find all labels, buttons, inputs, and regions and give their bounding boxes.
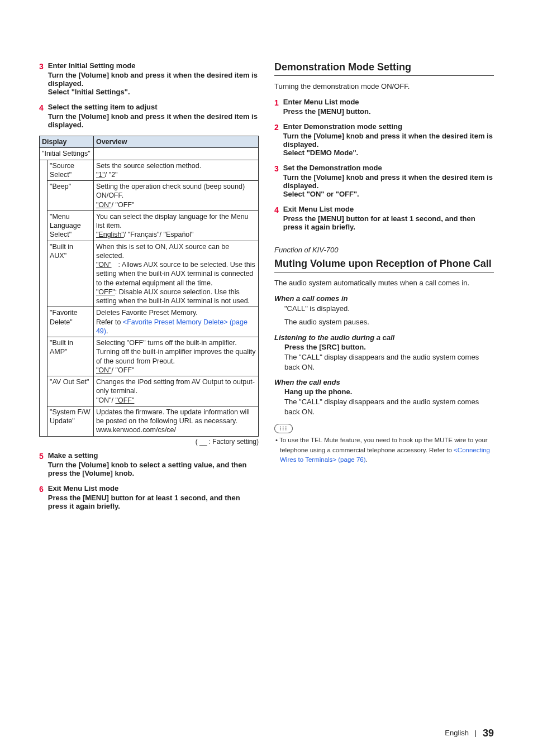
on-opt: "ON" — [96, 261, 112, 269]
off-opt: "OFF" — [96, 288, 115, 296]
step-action: Turn the [Volume] knob to select a setti… — [48, 461, 259, 477]
step-action: Press the [MENU] button for at least 1 s… — [48, 494, 259, 510]
step-title: Select the setting item to adjust — [48, 103, 259, 111]
sub-text: The "CALL" display disappears and the au… — [284, 397, 494, 417]
default-opt: "ON" — [96, 366, 112, 374]
sub-action: Hang up the phone. — [284, 387, 494, 396]
ov-text: Setting the operation check sound (beep … — [96, 183, 245, 199]
indent-stub — [40, 376, 47, 406]
row-initial-settings: "Initial Settings" — [40, 148, 94, 160]
row-fav-delete: "Favorite Delete" — [47, 307, 94, 337]
row-beep-ov: Setting the operation check sound (beep … — [93, 181, 258, 211]
row-initial-settings-ov — [93, 148, 258, 160]
step-5: 5 Make a setting Turn the [Volume] knob … — [39, 451, 259, 477]
ov-text: Selecting "OFF" turns off the built-in a… — [96, 339, 256, 365]
left-column: 3 Enter Initial Setting mode Turn the [V… — [39, 61, 259, 517]
indent-stub — [40, 337, 47, 376]
step-title: Enter Initial Setting mode — [48, 61, 259, 70]
default-opt: "1" — [96, 171, 105, 179]
ov-text: Changes the iPod setting from AV Output … — [96, 378, 255, 395]
sub-action: Press the [SRC] button. — [284, 343, 494, 351]
section-rule — [274, 272, 494, 272]
step-action: Turn the [Volume] knob and press it when… — [48, 112, 259, 129]
footer-lang: English — [445, 729, 469, 737]
demo-step-2: 2 Enter Demonstration mode setting Turn … — [274, 122, 494, 157]
demo-step-1: 1 Enter Menu List mode Press the [MENU] … — [274, 98, 494, 116]
indent-stub — [40, 160, 47, 181]
section-mute-title: Muting Volume upon Reception of Phone Ca… — [274, 257, 494, 270]
col-overview: Overview — [93, 136, 258, 148]
step-number: 3 — [274, 164, 279, 198]
row-built-in-amp: "Built in AMP" — [47, 337, 94, 376]
step-6: 6 Exit Menu List mode Press the [MENU] b… — [39, 484, 259, 510]
demo-step-3: 3 Set the Demonstration mode Turn the [V… — [274, 164, 494, 198]
default-opt: "English" — [96, 231, 124, 238]
row-fw-update: "System F/W Update" — [47, 406, 94, 436]
row-source-select: "Source Select" — [47, 160, 94, 181]
page-footer: English | 39 — [445, 728, 494, 739]
indent-stub — [40, 210, 47, 241]
step-number: 6 — [39, 484, 44, 510]
row-built-in-aux: "Built in AUX" — [47, 241, 94, 307]
on-desc: : Allows AUX source to be selected. Use … — [96, 261, 255, 287]
default-opt: "ON" — [96, 201, 112, 209]
row-built-in-aux-ov: When this is set to ON, AUX source can b… — [93, 241, 258, 307]
row-beep: "Beep" — [47, 181, 94, 211]
demo-intro: Turning the demonstration mode ON/OFF. — [274, 82, 494, 92]
step-number: 4 — [39, 103, 44, 129]
ov-text: When this is set to ON, AUX source can b… — [96, 243, 229, 260]
sub-line: "CALL" is displayed. — [284, 304, 494, 314]
step-action: Turn the [Volume] knob and press it when… — [283, 173, 494, 198]
note-icon: ⁝⁝⁝ — [274, 424, 293, 433]
initial-settings-table: Display Overview "Initial Settings" "Sou… — [39, 136, 259, 437]
ov-text: You can select the display language for … — [96, 213, 249, 229]
tel-mute-note: • To use the TEL Mute feature, you need … — [280, 436, 494, 465]
section-demo-title: Demonstration Mode Setting — [274, 61, 494, 73]
sub-when-call-comes: When a call comes in — [274, 294, 494, 303]
step-number: 2 — [274, 122, 279, 157]
step-number: 5 — [39, 451, 44, 477]
row-fav-delete-ov: Deletes Favorite Preset Memory. Refer to… — [93, 307, 258, 337]
row-source-select-ov: Sets the source selection method. "1"/ "… — [93, 160, 258, 181]
row-menu-lang-ov: You can select the display language for … — [93, 210, 258, 241]
mute-intro: The audio system automatically mutes whe… — [274, 278, 494, 289]
step-number: 1 — [274, 98, 279, 116]
step-title: Exit Menu List mode — [48, 484, 259, 492]
step-title: Exit Menu List mode — [283, 205, 494, 213]
indent-stub — [40, 406, 47, 436]
indent-stub — [40, 181, 47, 211]
step-title: Enter Menu List mode — [283, 98, 494, 106]
step-action: Press the [MENU] button for at least 1 s… — [283, 214, 494, 231]
sub-line: The audio system pauses. — [284, 317, 494, 327]
row-av-out-set: "AV Out Set" — [47, 376, 94, 406]
factory-setting-note: ( __ : Factory setting) — [39, 438, 259, 446]
ov-text: Sets the source selection method. — [96, 162, 201, 170]
off-desc: : Disable AUX source selection. Use this… — [96, 288, 250, 305]
sub-call-ends: When the call ends — [274, 378, 494, 386]
step-title: Enter Demonstration mode setting — [283, 122, 494, 131]
col-display: Display — [40, 136, 94, 148]
indent-stub — [40, 307, 47, 337]
step-title: Make a setting — [48, 451, 259, 460]
row-fw-update-ov: Updates the firmware. The update informa… — [93, 406, 258, 436]
default-opt: "OFF" — [116, 396, 135, 404]
step-number: 4 — [274, 205, 279, 231]
page-number: 39 — [483, 728, 494, 739]
row-av-out-set-ov: Changes the iPod setting from AV Output … — [93, 376, 258, 406]
sub-text: The "CALL" display disappears and the au… — [284, 352, 494, 372]
step-4: 4 Select the setting item to adjust Turn… — [39, 103, 259, 129]
ov-post: . — [106, 327, 108, 335]
section-rule — [274, 75, 494, 76]
step-action: Press the [MENU] button. — [283, 107, 494, 116]
sub-listening: Listening to the audio during a call — [274, 333, 494, 342]
ov-text: Deletes Favorite Preset Memory. — [96, 309, 198, 317]
step-number: 3 — [39, 61, 44, 96]
ov-pre: Refer to — [96, 318, 123, 326]
indent-stub — [40, 241, 47, 307]
row-menu-lang: "Menu Language Select" — [47, 210, 94, 241]
step-title: Set the Demonstration mode — [283, 164, 494, 172]
right-column: Demonstration Mode Setting Turning the d… — [274, 61, 494, 517]
demo-step-4: 4 Exit Menu List mode Press the [MENU] b… — [274, 205, 494, 231]
function-of-label: Function of KIV-700 — [274, 246, 494, 254]
step-action: Turn the [Volume] knob and press it when… — [48, 71, 259, 96]
